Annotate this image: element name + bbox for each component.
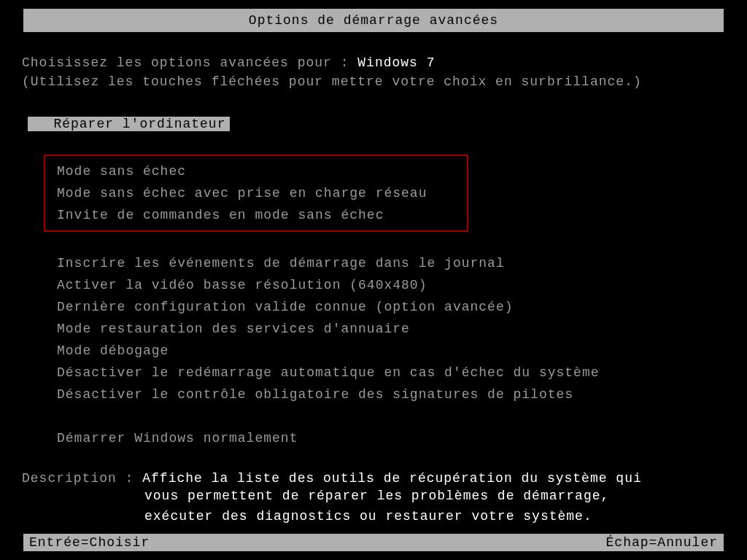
description-section: Description : Affiche la liste des outil… <box>22 471 725 526</box>
disable-driver-signature-option[interactable]: Désactiver le contrôle obligatoire des s… <box>57 384 725 405</box>
safe-mode-group: Mode sans échec Mode sans échec avec pri… <box>44 155 468 232</box>
instructions: Choisissez les options avancées pour : W… <box>22 55 725 89</box>
title-bar: Options de démarrage avancées <box>23 9 724 32</box>
safe-mode-networking-option[interactable]: Mode sans échec avec prise en charge rés… <box>57 182 467 204</box>
instruction-hint: (Utilisez les touches fléchées pour mett… <box>22 74 725 89</box>
boot-logging-option[interactable]: Inscrire les événements de démarrage dan… <box>57 252 725 274</box>
debug-mode-option[interactable]: Mode débogage <box>57 340 725 362</box>
safe-mode-command-prompt-option[interactable]: Invite de commandes en mode sans échec <box>57 204 467 226</box>
repair-computer-option[interactable]: Réparer l'ordinateur <box>28 117 230 131</box>
os-name: Windows 7 <box>357 55 435 70</box>
instruction-prefix: Choisissez les options avancées pour : <box>22 55 357 70</box>
last-known-good-option[interactable]: Dernière configuration valide connue (op… <box>57 296 725 318</box>
enter-hint: Entrée=Choisir <box>29 535 150 550</box>
description-text-line2: vous permettent de réparer les problèmes… <box>144 486 725 506</box>
boot-options-list: Inscrire les événements de démarrage dan… <box>57 252 725 405</box>
description-text-line3: exécuter des diagnostics ou restaurer vo… <box>144 506 725 526</box>
description-label: Description : <box>22 471 142 486</box>
description-text-line1: Affiche la liste des outils de récupérat… <box>142 471 642 486</box>
start-windows-normally-option[interactable]: Démarrer Windows normalement <box>57 427 725 449</box>
low-res-video-option[interactable]: Activer la vidéo basse résolution (640x4… <box>57 274 725 296</box>
directory-services-restore-option[interactable]: Mode restauration des services d'annuair… <box>57 318 725 340</box>
safe-mode-option[interactable]: Mode sans échec <box>57 160 467 182</box>
disable-auto-restart-option[interactable]: Désactiver le redémarrage automatique en… <box>57 362 725 384</box>
escape-hint: Échap=Annuler <box>606 535 718 550</box>
footer-bar: Entrée=Choisir Échap=Annuler <box>23 534 724 551</box>
